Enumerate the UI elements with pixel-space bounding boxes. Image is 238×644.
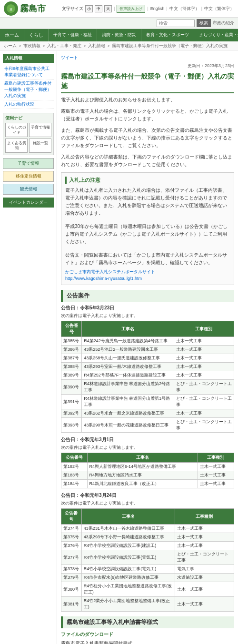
page-title: 霧島市建設工事等条件付一般競争（電子・郵便）入札の実施	[61, 72, 234, 93]
table-row: 第379号R4市住市配水(9)市地区建道路改修工事水道施設工事	[61, 574, 234, 582]
sidebar-section-bid: 入札情報 令和6年度霧島市公共工事業者登録について 霧島市建設工事等条件付一般競…	[3, 54, 54, 109]
sidebar-item-2[interactable]: 入札の執行状況	[3, 100, 54, 109]
nav-child[interactable]: 子育て・健康・福祉	[49, 29, 97, 41]
notice-text-3: 公告文・閲覧回書書においては「かごしま市内電子入札システムポータルサイト」および…	[65, 251, 230, 267]
intro-text-4: 入札公告内容などの詳細書類は、下掲のファイルのダウンロード欄に落とし込まれており…	[61, 153, 234, 168]
table-row: 第184号R4新川北線鎌道改良工事（改正工）土木一式工事	[61, 480, 234, 488]
search-button[interactable]: 検索	[197, 19, 211, 27]
col-header-num-1: 公告番号	[61, 453, 88, 463]
table-row: 第389号R4第252号郡橘7F一体体連接道路建設工事土木一式工事	[61, 371, 234, 380]
table-row: 第381号R4竹2業分小小工業団地整整地整備工事(改正工)土木一式工事	[61, 597, 234, 612]
notice-title: 入札上の注意	[65, 177, 230, 184]
nav-education[interactable]: 教育・文化・スポーツ	[141, 29, 194, 41]
portal-url-link[interactable]: http://www.kagoshima-nyusatsu.lg/1.htm	[65, 276, 142, 281]
col-header-num-0: 公告番号	[61, 321, 82, 337]
header: 霧 霧島市 文字サイズ 小 中 大 | 音声読み上げ | English | 中…	[0, 0, 238, 18]
col-header-type-1: 工事種別	[198, 453, 234, 463]
notice-text-2: 平成30年から毎週土曜日（毎週木曜日は参加している）は公告文書（かごしま市内電子…	[65, 223, 230, 246]
col-header-num-2: 公告番号	[61, 509, 82, 525]
reading-support-btn[interactable]: 音声読み上げ	[117, 5, 145, 13]
sidebar-item-1[interactable]: 霧島市建設工事等条件付一般競争（電子・郵便）入札の実施	[3, 79, 54, 100]
table-row: 第387号43系258号久山一里氏道建設改修整工事土木一式工事	[61, 354, 234, 363]
table-row: 第374号43系231号木本山一谷木線道路整備日工事土木一式工事	[61, 525, 234, 533]
sidebar-banner-child[interactable]: 子育て情報	[3, 158, 54, 169]
pub-section-title: 公告案件	[61, 290, 234, 302]
table-row: 第392号43系262号米倉一般之米線道路改修整工事土木一式工事	[61, 409, 234, 418]
sidebar-nav-grid: くらしのガイド 子育て情報 よくある質問 施設一覧	[5, 123, 51, 153]
sidebar-event-calendar[interactable]: イベントカレンダー	[3, 198, 54, 208]
logo-text: 霧島市	[20, 3, 46, 14]
sidebar-nav-btn-2[interactable]: よくある質問	[5, 139, 28, 153]
lang-cn1-link[interactable]: 中文（簡体字）	[169, 6, 199, 12]
col-header-type-2: 工事種別	[175, 509, 234, 525]
content-area: ツイート 更新日：2023年3月23日 霧島市建設工事等条件付一般競争（電子・郵…	[57, 51, 238, 644]
table-row: 第393号43系290号木煎一般の花建道路改修整日工事とび・土工・コンクリート工…	[61, 418, 234, 433]
sidebar-banner-migration[interactable]: 移住定住情報	[3, 171, 54, 182]
pub-table-1: 公告番号 工事名 工事種別 第182号R4輿人新管理地区6-14号地区か道路整備…	[61, 453, 234, 488]
site-logo[interactable]: 霧 霧島市	[4, 1, 46, 16]
nav-home[interactable]: ホーム	[0, 29, 24, 41]
pub-table-0: 公告番号 工事名 工事種別 第385号R4第242号鹿児島一般道路建設第4号路工…	[61, 321, 234, 433]
sidebar-section-title: 入札情報	[3, 54, 54, 63]
col-header-type-0: 工事種別	[174, 321, 234, 337]
pub-table-2: 公告番号 工事名 工事種別 第374号43系231号木本山一谷木線道路整備日工事…	[61, 508, 234, 612]
intro-text-1: 電子入札および郵便入札のお知らせをお伝えします。	[61, 96, 234, 104]
sidebar-nav-box: 便利ナビ くらしのガイド 子育て情報 よくある質問 施設一覧	[3, 113, 54, 155]
search-input[interactable]	[157, 20, 195, 27]
pub-sub-1: 次の案件は電子入札により実施します。	[61, 445, 234, 451]
sitemap-link[interactable]: 市政の紹介	[213, 20, 234, 26]
pub-date-1: 公告日：令和元年3月1日	[61, 436, 234, 443]
table-row: 第182号R4輿人新管理地区6-14号地区か道路整備工事土木一式工事	[61, 463, 234, 471]
intro-text-3: また、霧島市が掲載する電子入札の場合、次第の公告文書の霧島注文や公告文書の文字が…	[61, 127, 234, 149]
intro-text-2: 霧島市の電子入札の場合は、各部リンクをクリックすると、かごしま電子入札（受注者）…	[61, 108, 234, 123]
pub-sub-2: 次の案件は電子入札により実施します。	[61, 500, 234, 506]
sidebar: 入札情報 令和6年度霧島市公共工事業者登録について 霧島市建設工事等条件付一般競…	[0, 51, 57, 644]
font-medium-btn[interactable]: 中	[95, 5, 102, 12]
header-utility: 文字サイズ 小 中 大 | 音声読み上げ | English | 中文（簡体字）…	[62, 5, 234, 13]
pub-date-2: 公告日：令和元年3月24日	[61, 492, 234, 499]
main-layout: 入札情報 令和6年度霧島市公共工事業者登録について 霧島市建設工事等条件付一般競…	[0, 51, 238, 644]
main-navigation: ホーム くらし 子育て・健康・福祉 消防・救急・防災 教育・文化・スポーツ まち…	[0, 29, 238, 41]
logo-icon: 霧	[4, 1, 18, 16]
table-row: 第376号R4竹小学校空調設備設設工事(建設工)土木一式工事	[61, 542, 234, 550]
sidebar-nav-title: 便利ナビ	[5, 115, 51, 121]
sidebar-nav-btn-0[interactable]: くらしのガイド	[5, 123, 28, 137]
notice-text-1: 電子入札は入札者に入力された入札の場合は、添付ファイル（工事内訳書、電子入札申込…	[65, 187, 230, 217]
table-row: 第380号R4竹柱分小小工業団地地整整道路改修工事(改正工)土木一式工事	[61, 582, 234, 597]
breadcrumb: ホーム ＞ 市政情報 ＞ 入札・工事・発注 ＞ 入札情報 ＞ 霧島市建設工事等条…	[0, 41, 238, 51]
sidebar-nav-btn-1[interactable]: 子育て情報	[29, 123, 51, 137]
svg-text:霧: 霧	[10, 8, 12, 11]
font-small-btn[interactable]: 小	[85, 5, 93, 12]
notice-box: 入札上の注意 電子入札は入札者に入力された入札の場合は、添付ファイル（工事内訳書…	[61, 172, 234, 285]
update-date: 更新日：2023年3月23日	[61, 63, 234, 69]
lang-cn2-link[interactable]: 中文（繁体字）	[204, 6, 234, 12]
nav-city-dev[interactable]: まちづくり・産業・企業誘致	[194, 29, 238, 41]
nav-fire[interactable]: 消防・救急・防災	[97, 29, 141, 41]
sidebar-nav-btn-3[interactable]: 施設一覧	[29, 139, 51, 153]
lang-en-link[interactable]: English	[150, 6, 165, 11]
form-section-title: 霧島市建設工事等入札申請書等様式	[61, 616, 234, 628]
table-row: 第386号43系252号池口2一般道路建設回来工事土木一式工事	[61, 346, 234, 354]
table-row: 第385号R4第242号鹿児島一般道路建設第4号路工事土木一式工事	[61, 337, 234, 346]
col-header-work-2: 工事名	[81, 509, 175, 525]
tweet-link[interactable]: ツイート	[61, 55, 234, 61]
table-row: 第391号R4林道線設計事業申告 林道国分山麓第1号路工事とび・土工・コンクリー…	[61, 395, 234, 409]
pub-sub-0: 次の案件は電子入札により実施します。	[61, 313, 234, 319]
form-subtitle: ファイルのダウンロード	[61, 631, 234, 638]
sidebar-banner-tourism[interactable]: 観光情報	[3, 184, 54, 195]
pub-date-0: 公告日：令和5年3月23日	[61, 305, 234, 311]
col-header-work-1: 工事名	[87, 453, 198, 463]
font-size-label: 文字サイズ	[62, 6, 83, 12]
sidebar-item-0[interactable]: 令和6年度霧島市公共工事業者登録について	[3, 65, 54, 79]
table-row: 第183号R4輿地方地方地区汚水工事土木一式工事	[61, 471, 234, 480]
table-row: 第390号R4林道線設計事業申告 林道国分山麓第2号路工事とび・土工・コンクリー…	[61, 380, 234, 395]
nav-life[interactable]: くらし	[24, 29, 49, 41]
table-row: 第375号43系293号下小野一長崎建道路改修整工事土木一式工事	[61, 533, 234, 542]
col-header-work-0: 工事名	[82, 321, 174, 337]
table-row: 第388号43系293号室田一般/木線道路改修整工事土木一式工事	[61, 363, 234, 371]
table-row: 第377号R4竹小学校空調設備設設工事(電気工)とび・土工・コンクリート工事	[61, 550, 234, 565]
portal-site-link[interactable]: かごしま市内電子入札システムポータルサイト	[65, 269, 155, 274]
font-large-btn[interactable]: 大	[104, 5, 112, 12]
table-row: 第378号R4竹小学校空調設備設設工事(電気工)電気工事	[61, 565, 234, 574]
form-desc-1: 霧島市電子入札書類整備開封書式	[61, 640, 234, 644]
